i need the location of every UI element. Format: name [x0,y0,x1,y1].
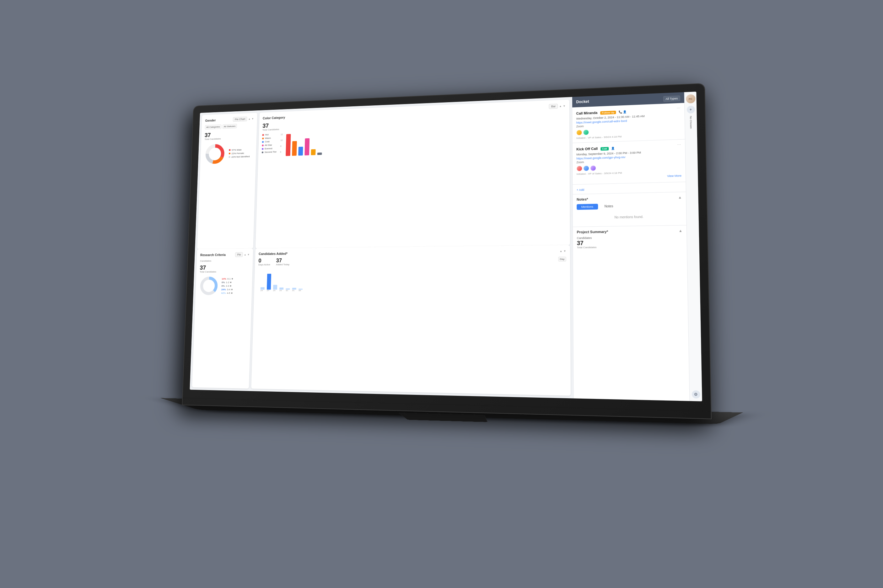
research-chart-type[interactable]: Pie [235,252,243,257]
call-icons: 📞 👤 [618,110,627,114]
legend-cold: Cold [262,140,277,143]
days-active-value: 0 [258,258,271,263]
hot-label: Hot [265,133,268,136]
mentions-tab[interactable]: Mentions [577,204,598,210]
kickoff-date: Monday, September 9, 2024 - 2:00 PM - 3:… [576,150,681,156]
color-chart-type[interactable]: Bar [549,104,558,109]
docket-type-filter[interactable]: All Types [663,95,680,102]
svg-rect-21 [292,288,296,290]
status-filter[interactable]: All Statuses [222,124,237,129]
legend-hot: Hot [262,133,277,136]
avatar-5 [590,165,596,171]
svg-rect-10 [298,147,302,156]
research-chevron-up[interactable]: ▲ [244,253,246,256]
kickoff-link[interactable]: https://meet.google.com/gpr-yhvg-rev [576,154,681,160]
svg-rect-19 [279,287,283,290]
call-miranda-meta: Initiated - VP of Sales - 3/9/24 4:18 PM [576,133,680,139]
add-action-button[interactable]: + [686,105,695,113]
svg-rect-11 [304,138,309,155]
project-candidates-label: Candidates [577,235,682,239]
docket-item-kickoff: Kick Off Call Call 👤 ⋯ Monday, September… [572,139,686,184]
settings-action-button[interactable]: ⚙ [692,390,700,398]
category-filter[interactable]: All Categories [205,124,221,129]
call-badge: Call [600,147,608,150]
notes-title: Notes* [576,197,588,201]
avatar-initials: FC [688,97,692,100]
kickoff-more-icon[interactable]: ⋯ [677,143,681,147]
screen-content: Gender Pie Chart ▲ ▼ All Categories [190,92,702,401]
chart-type-label[interactable]: Pie Chart [233,116,247,122]
research-criteria-panel: Research Criteria Pie ▲ ▼ Candidates 37 [192,248,253,388]
add-docket-row: + Add [573,182,686,194]
female-dot [229,152,230,154]
docket-title: Docket [576,99,589,104]
research-stat-1: 14% 0-1 ★ [222,277,233,280]
call-miranda-platform: Zoom [576,121,680,128]
day-filter[interactable]: Day [558,256,566,261]
color-legend: Hot Warm Cold [262,133,277,154]
gender-panel-header: Gender Pie Chart ▲ ▼ [205,116,254,123]
call-miranda-header: Call Miranda Follow Up 📞 👤 ⋯ [576,106,680,116]
cold-dot [262,141,264,143]
chevron-up-icon[interactable]: ▲ [248,117,250,120]
research-candidates-label: Candidates [200,259,249,262]
legend-female: 22% Female [229,152,250,155]
svg-rect-18 [273,285,277,290]
allstar-dot [262,144,264,146]
add-docket-button[interactable]: + Add [576,188,584,192]
legend-male: 57% Male [229,148,250,152]
candidates-sparkline: 2/4 2/4 2/5 2/5 3/1 3/1 3/8 [257,270,316,292]
ni-pct: 22% Not Identified [231,155,250,158]
legend-warm: Warm [262,136,277,140]
candidates-chevron-down[interactable]: ▼ [563,249,566,252]
candidates-title: Candidates Added* [258,252,287,255]
call-miranda-avatars [576,126,680,135]
notes-section: Notes* ▲ Mentions Notes No mentions foun… [573,192,686,227]
added-today-stat: 37 Added Today [276,258,290,268]
svg-text:6: 6 [280,151,281,153]
project-summary-section: Project Summary* ▲ Candidates 37 Total C… [573,225,686,255]
more-options-icon[interactable]: ⋯ [677,106,680,110]
everest-label: Everest [265,147,272,150]
color-chevron-up[interactable]: ▲ [559,104,561,107]
added-today-value: 37 [276,258,289,263]
kickoff-meta: Initiated - VP of Sales - 3/9/24 4:18 PM [576,170,681,175]
call-miranda-link[interactable]: https://meet.google.com/call-wdnr-bxrd [576,117,680,124]
research-stat-3: 0% 2-3 ★ [221,284,233,287]
notes-tab[interactable]: Notes [600,203,617,209]
added-today-label: Added Today [276,263,289,266]
project-collapse-icon[interactable]: ▲ [678,229,682,233]
gender-title: Gender [205,118,216,122]
call-miranda-title: Call Miranda [576,111,597,116]
color-category-panel: Color Category Bar ▲ ▼ 37 Total Candidat… [255,99,570,248]
male-dot [229,149,230,151]
docket-panel: Docket All Types Call Miranda [572,92,689,401]
no-mentions-message: No mentions found. [577,210,682,223]
research-chevron-down[interactable]: ▼ [247,253,249,256]
view-more-link-1[interactable]: View More [576,173,681,181]
kickoff-title: Kick Off Call [576,147,598,151]
days-active-stat: 0 Days Active [258,258,270,268]
ni-dot [229,156,230,158]
notes-collapse-icon[interactable]: ▲ [678,195,682,199]
research-chart-container: 14% 0-1 ★ 0% 1-2 ★ 0% [199,275,249,296]
user-avatar: FC [686,94,695,104]
color-bar-chart: 12 10 8 6 [280,131,332,159]
screen-bezel: Gender Pie Chart ▲ ▼ All Categories [182,83,711,418]
candidates-controls: ▲ ▼ [560,249,566,252]
candidates-chevron-up[interactable]: ▲ [560,249,562,252]
legend-everest: Everest [262,147,277,150]
research-legend: 14% 0-1 ★ 0% 1-2 ★ 0% [221,277,233,294]
research-donut [199,275,219,296]
research-total-label: Total Candidates [199,270,249,273]
user-name-tag: No Chosen [689,116,692,129]
docket-item-call-miranda: Call Miranda Follow Up 📞 👤 ⋯ Wednesday, … [572,103,685,143]
kickoff-title-row: Kick Off Call Call 👤 [576,145,615,152]
svg-text:2/4: 2/4 [266,290,269,291]
docket-body: Call Miranda Follow Up 📞 👤 ⋯ Wednesday, … [572,103,689,401]
svg-text:8: 8 [280,145,281,147]
far-right-panel: FC + No Chosen ⚙ [684,92,702,401]
chevron-down-icon[interactable]: ▼ [251,117,254,120]
color-chevron-down[interactable]: ▼ [563,104,565,107]
left-panels: Gender Pie Chart ▲ ▼ All Categories [190,97,573,398]
